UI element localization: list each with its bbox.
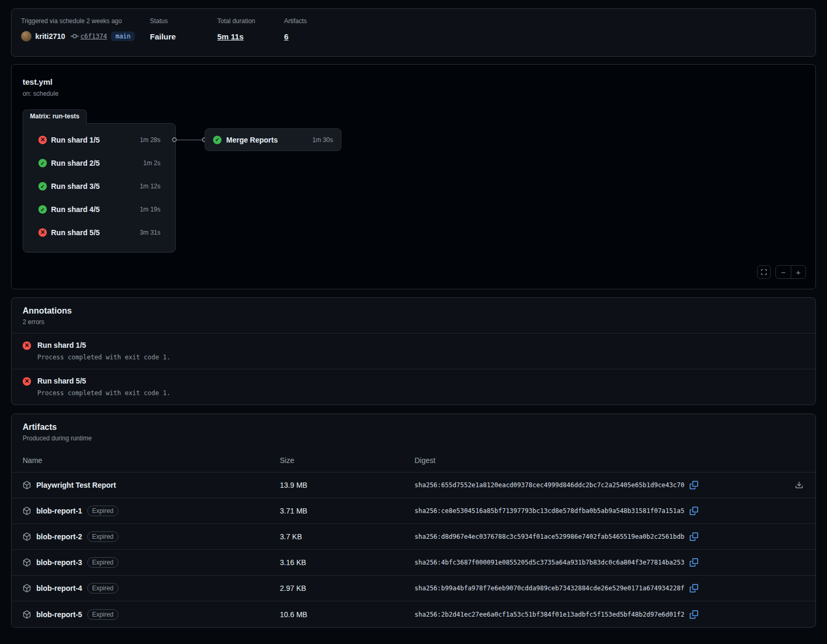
- job-name: Run shard 2/5: [51, 159, 143, 167]
- error-icon: [23, 341, 31, 350]
- copy-icon: [690, 558, 698, 567]
- artifacts-title: Artifacts: [23, 422, 804, 432]
- job-row[interactable]: Run shard 4/5 1m 19s: [23, 198, 175, 221]
- artifact-digest: sha256:ce8e5304516a85bf71397793bc13cd8e5…: [415, 507, 684, 515]
- matrix-group: Matrix: run-tests Run shard 1/5 1m 28s R…: [23, 109, 176, 253]
- annotation-job-name[interactable]: Run shard 5/5: [37, 377, 170, 385]
- artifact-size: 2.97 KB: [280, 584, 415, 592]
- artifact-digest: sha256:d8d967e4ec0376788c3c5934f01ace529…: [415, 533, 684, 540]
- artifacts-count[interactable]: 6: [284, 30, 307, 43]
- fullscreen-icon: [760, 268, 768, 276]
- artifact-digest: sha256:b99a4bfa978f7e6eb9070cdda989ceb73…: [415, 585, 684, 592]
- job-duration: 1m 12s: [140, 183, 160, 190]
- user-login[interactable]: kriti2710: [35, 32, 65, 41]
- avatar[interactable]: [21, 31, 32, 42]
- package-icon: [23, 481, 31, 489]
- job-status-icon: [38, 205, 47, 214]
- duration-column: Total duration 5m 11s: [217, 17, 284, 48]
- artifact-name[interactable]: Playwright Test Report: [36, 481, 116, 489]
- package-icon: [23, 610, 31, 619]
- copy-digest-button[interactable]: [689, 480, 699, 490]
- job-status-icon: [38, 228, 47, 237]
- artifacts-header: Artifacts Produced during runtime: [12, 414, 815, 448]
- graph-connector: [172, 137, 207, 142]
- annotations-header: Annotations 2 errors: [12, 298, 815, 334]
- job-duration: 3m 31s: [140, 229, 160, 236]
- annotations-panel: Annotations 2 errors Run shard 1/5 Proce…: [11, 297, 816, 405]
- connector-dot: [172, 137, 177, 142]
- download-icon: [795, 481, 803, 489]
- job-card-merge-reports[interactable]: Merge Reports 1m 30s: [205, 128, 341, 151]
- job-duration: 1m 28s: [140, 136, 160, 144]
- workflow-trigger: on: schedule: [12, 86, 815, 97]
- job-status-icon: [38, 136, 47, 144]
- artifact-name[interactable]: blob-report-2: [36, 532, 82, 541]
- zoom-out-button[interactable]: −: [776, 266, 791, 278]
- copy-icon: [690, 584, 698, 592]
- annotation-body: Run shard 5/5 Process completed with exi…: [37, 377, 170, 397]
- column-header-digest: Digest: [415, 456, 780, 465]
- download-artifact-button[interactable]: [794, 480, 804, 490]
- matrix-job-list: Run shard 1/5 1m 28s Run shard 2/5 1m 2s…: [23, 123, 176, 253]
- job-row[interactable]: Run shard 3/5 1m 12s: [23, 175, 175, 198]
- copy-icon: [690, 481, 698, 489]
- column-header-name: Name: [23, 456, 280, 465]
- status-label: Status: [150, 17, 217, 25]
- artifact-size: 10.6 MB: [280, 610, 415, 619]
- package-icon: [23, 532, 31, 541]
- copy-digest-button[interactable]: [689, 557, 699, 568]
- fullscreen-button[interactable]: [757, 265, 771, 279]
- copy-digest-button[interactable]: [689, 531, 699, 542]
- job-duration: 1m 30s: [312, 136, 333, 144]
- trigger-info: Triggered via schedule 2 weeks ago kriti…: [21, 17, 150, 48]
- job-name: Run shard 4/5: [51, 205, 140, 214]
- annotation-item: Run shard 1/5 Process completed with exi…: [12, 334, 815, 369]
- job-name: Merge Reports: [226, 136, 312, 144]
- copy-digest-button[interactable]: [689, 609, 699, 620]
- package-icon: [23, 507, 31, 515]
- expired-badge: Expired: [87, 557, 118, 568]
- artifact-name[interactable]: blob-report-4: [36, 584, 82, 592]
- minus-icon: −: [781, 268, 786, 276]
- commit-link[interactable]: c6f1374: [80, 33, 107, 40]
- expired-badge: Expired: [87, 531, 118, 542]
- job-status-icon: [38, 159, 47, 167]
- copy-digest-button[interactable]: [689, 583, 699, 593]
- annotation-job-name[interactable]: Run shard 1/5: [37, 341, 170, 349]
- git-commit-icon: [70, 32, 79, 41]
- branch-badge[interactable]: main: [111, 32, 135, 41]
- job-row[interactable]: Run shard 5/5 3m 31s: [23, 221, 175, 244]
- artifact-name[interactable]: blob-report-5: [36, 610, 82, 619]
- artifact-size: 13.9 MB: [280, 481, 415, 489]
- artifacts-label: Artifacts: [284, 17, 307, 25]
- artifact-row: blob-report-2 Expired 3.7 KB sha256:d8d9…: [12, 524, 815, 550]
- artifact-row: blob-report-5 Expired 10.6 MB sha256:2b2…: [12, 601, 815, 627]
- status-column: Status Failure: [150, 17, 217, 48]
- annotations-title: Annotations: [23, 306, 804, 316]
- artifact-name[interactable]: blob-report-3: [36, 558, 82, 567]
- artifact-name[interactable]: blob-report-1: [36, 507, 82, 515]
- job-row[interactable]: Run shard 1/5 1m 28s: [23, 128, 175, 152]
- zoom-button-group: − +: [775, 265, 806, 279]
- artifact-digest: sha256:2b2d41ec27ee6a0cf1a53c51bf384f01e…: [415, 611, 684, 618]
- artifact-size: 3.71 MB: [280, 507, 415, 515]
- duration-value[interactable]: 5m 11s: [217, 30, 284, 43]
- status-value: Failure: [150, 30, 217, 43]
- annotation-item: Run shard 5/5 Process completed with exi…: [12, 369, 815, 405]
- graph-zoom-controls: − +: [757, 265, 806, 279]
- expired-badge: Expired: [87, 583, 118, 593]
- zoom-in-button[interactable]: +: [791, 266, 805, 278]
- artifact-row: blob-report-1 Expired 3.71 MB sha256:ce8…: [12, 498, 815, 524]
- artifacts-panel: Artifacts Produced during runtime Name S…: [11, 414, 816, 628]
- package-icon: [23, 584, 31, 592]
- artifacts-column: Artifacts 6: [284, 17, 307, 48]
- annotation-message: Process completed with exit code 1.: [37, 389, 170, 397]
- copy-icon: [690, 610, 698, 619]
- expired-badge: Expired: [87, 506, 118, 516]
- job-row[interactable]: Run shard 2/5 1m 2s: [23, 152, 175, 175]
- job-name: Run shard 1/5: [51, 136, 140, 144]
- copy-digest-button[interactable]: [689, 506, 699, 516]
- artifact-row: blob-report-4 Expired 2.97 KB sha256:b99…: [12, 576, 815, 601]
- job-duration: 1m 2s: [143, 159, 160, 167]
- workflow-graph-panel: test.yml on: schedule Matrix: run-tests …: [11, 64, 816, 289]
